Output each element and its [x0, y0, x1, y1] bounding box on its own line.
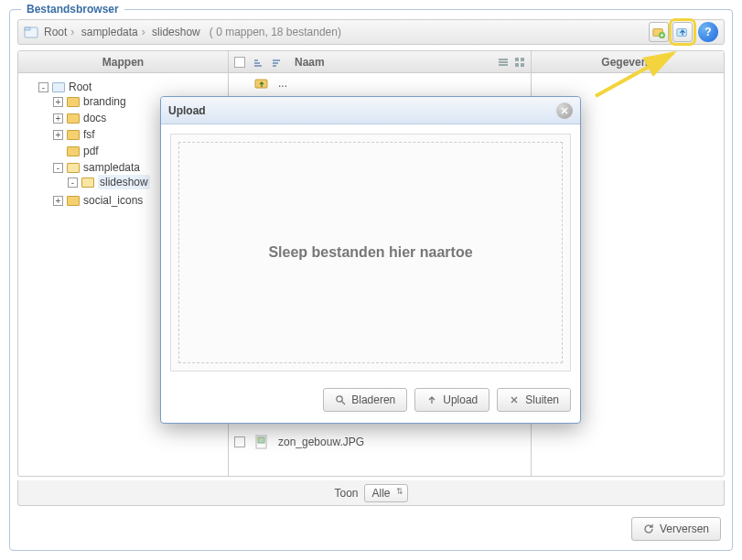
dialog-close-button[interactable] [556, 102, 573, 119]
upload-arrow-icon [426, 394, 437, 405]
dropzone[interactable]: Sleep bestanden hier naartoe [170, 134, 571, 372]
upload-label: Upload [443, 393, 478, 406]
close-label: Sluiten [525, 393, 559, 406]
modal-overlay: Upload Sleep bestanden hier naartoe Blad… [0, 0, 742, 560]
browse-button[interactable]: Bladeren [323, 388, 407, 412]
svg-line-18 [342, 402, 345, 404]
dialog-title: Upload [168, 104, 206, 117]
browse-label: Bladeren [351, 393, 395, 406]
svg-point-17 [337, 396, 342, 402]
x-icon [509, 394, 520, 405]
upload-dialog: Upload Sleep bestanden hier naartoe Blad… [160, 96, 581, 424]
close-icon [560, 106, 569, 115]
start-upload-button[interactable]: Upload [414, 388, 489, 412]
close-button[interactable]: Sluiten [497, 388, 571, 412]
dropzone-message: Sleep bestanden hier naartoe [268, 244, 472, 261]
search-icon [335, 394, 346, 405]
dialog-header[interactable]: Upload [161, 97, 580, 124]
dialog-footer: Bladeren Upload Sluiten [161, 381, 580, 423]
